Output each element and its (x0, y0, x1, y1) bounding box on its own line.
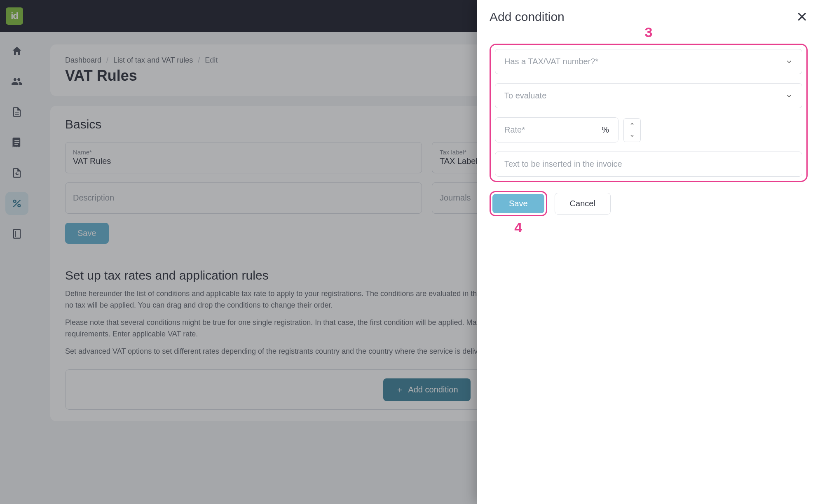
invoice-text-placeholder: Text to be inserted in the invoice (504, 159, 622, 169)
rate-step-up[interactable] (624, 119, 640, 130)
highlight-group-fields: 3 Has a TAX/VAT number?* To evaluate Rat… (490, 44, 808, 182)
sidebar-item-tax[interactable] (5, 192, 28, 215)
sidebar-item-billing[interactable] (5, 161, 28, 184)
description-placeholder: Description (73, 193, 414, 203)
sidebar-item-book[interactable] (5, 222, 28, 245)
description-field[interactable]: Description (65, 182, 422, 214)
chevron-down-icon (785, 92, 793, 100)
plus-icon: ＋ (396, 384, 404, 395)
rate-suffix: % (602, 125, 609, 135)
chevron-up-icon (630, 121, 635, 126)
evaluate-placeholder: To evaluate (504, 91, 546, 100)
sidebar-item-receipts[interactable] (5, 131, 28, 154)
add-condition-button[interactable]: ＋ Add condition (383, 378, 470, 401)
rate-input[interactable]: Rate* % (495, 117, 619, 142)
sidebar-item-users[interactable] (5, 70, 28, 93)
callout-number-4: 4 (514, 219, 522, 236)
chevron-down-icon (630, 133, 635, 138)
document-icon (11, 106, 23, 118)
close-icon[interactable]: ✕ (796, 10, 808, 24)
breadcrumb-dashboard[interactable]: Dashboard (65, 56, 101, 65)
book-icon (11, 228, 23, 240)
percent-icon (11, 198, 23, 209)
rate-row: Rate* % (495, 117, 802, 142)
basics-save-button[interactable]: Save (65, 223, 109, 244)
condition-type-placeholder: Has a TAX/VAT number?* (504, 57, 598, 66)
highlight-save: Save 4 (490, 191, 547, 216)
sidebar-item-documents[interactable] (5, 100, 28, 124)
breadcrumb-list[interactable]: List of tax and VAT rules (113, 56, 193, 65)
breadcrumb-separator: / (106, 56, 108, 65)
people-icon (11, 76, 23, 87)
name-field[interactable]: Name* VAT Rules (65, 142, 422, 173)
invoice-text-input[interactable]: Text to be inserted in the invoice (495, 152, 802, 177)
panel-cancel-button[interactable]: Cancel (555, 193, 611, 215)
home-icon (11, 45, 23, 57)
name-label: Name* (73, 149, 414, 156)
receipt-icon (11, 137, 23, 148)
callout-number-3: 3 (645, 24, 653, 40)
invoice-icon (11, 167, 23, 179)
name-value: VAT Rules (73, 156, 414, 166)
add-condition-panel: Add condition ✕ 3 Has a TAX/VAT number?*… (477, 0, 820, 504)
chevron-down-icon (785, 58, 793, 65)
rate-stepper (623, 118, 641, 142)
breadcrumb-current: Edit (205, 56, 218, 65)
panel-header: Add condition ✕ (490, 10, 808, 24)
panel-save-button[interactable]: Save (492, 194, 544, 213)
rate-step-down[interactable] (624, 130, 640, 142)
panel-title: Add condition (490, 10, 565, 24)
condition-type-select[interactable]: Has a TAX/VAT number?* (495, 49, 802, 74)
sidebar-item-home[interactable] (5, 40, 28, 63)
app-logo: id (6, 7, 23, 25)
panel-actions: Save 4 Cancel (490, 191, 808, 216)
sidebar (0, 32, 34, 504)
add-condition-label: Add condition (408, 385, 458, 394)
evaluate-select[interactable]: To evaluate (495, 83, 802, 108)
rate-placeholder: Rate* (504, 125, 525, 135)
breadcrumb-separator: / (198, 56, 200, 65)
